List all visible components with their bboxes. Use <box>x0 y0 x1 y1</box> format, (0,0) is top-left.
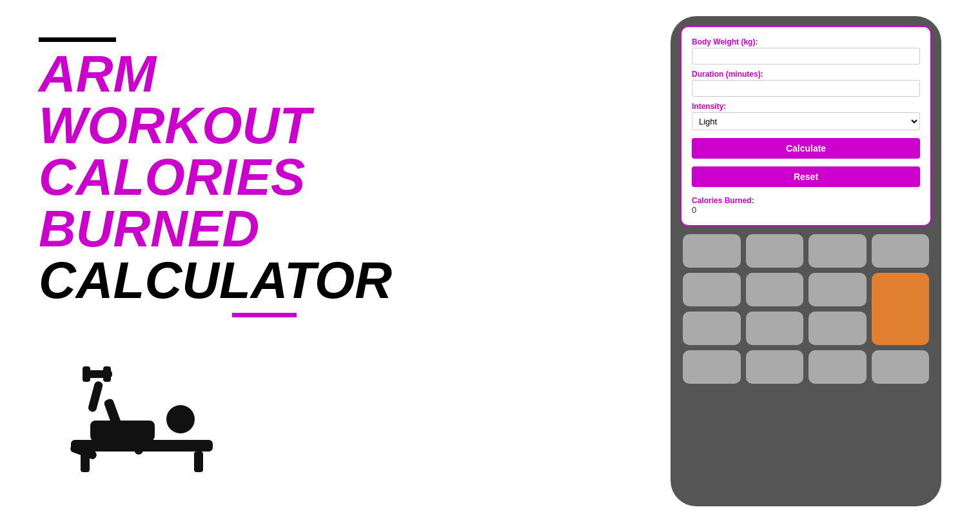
svg-rect-9 <box>103 366 111 382</box>
intensity-label: Intensity: <box>692 102 920 111</box>
key-4[interactable] <box>872 234 930 268</box>
title-line1: ARM WORKOUT <box>39 48 413 152</box>
calculator-screen: Body Weight (kg): Duration (minutes): In… <box>680 26 932 226</box>
calculator-device: Body Weight (kg): Duration (minutes): In… <box>671 16 941 506</box>
workout-illustration <box>39 337 245 479</box>
key-9[interactable] <box>746 312 804 345</box>
key-12[interactable] <box>746 350 804 384</box>
top-decorative-bar <box>39 37 116 42</box>
body-weight-field: Body Weight (kg): <box>692 37 920 64</box>
key-3[interactable] <box>808 234 867 268</box>
calories-burned-label: Calories Burned: <box>692 196 920 205</box>
calculate-button[interactable]: Calculate <box>692 138 920 159</box>
key-7[interactable] <box>808 273 867 306</box>
duration-label: Duration (minutes): <box>692 70 920 79</box>
duration-field: Duration (minutes): <box>692 70 920 97</box>
calories-burned-value: 0 <box>692 205 920 215</box>
svg-rect-6 <box>88 381 104 413</box>
left-section: ARM WORKOUT CALORIES BURNED CALCULATOR <box>39 37 413 479</box>
intensity-field: Intensity: Light Moderate Vigorous <box>692 102 920 130</box>
key-orange-tall[interactable] <box>872 273 930 345</box>
key-6[interactable] <box>746 273 804 306</box>
key-11[interactable] <box>683 350 741 384</box>
svg-rect-2 <box>194 452 203 472</box>
title-line2: CALORIES BURNED <box>39 152 413 255</box>
key-1[interactable] <box>683 234 741 268</box>
key-5[interactable] <box>683 273 741 306</box>
body-weight-label: Body Weight (kg): <box>692 37 920 46</box>
result-section: Calories Burned: 0 <box>692 196 920 215</box>
title-line3: CALCULATOR <box>39 255 413 306</box>
body-weight-input[interactable] <box>692 48 920 64</box>
reset-button[interactable]: Reset <box>692 166 920 187</box>
duration-input[interactable] <box>692 80 920 97</box>
svg-rect-8 <box>83 366 90 382</box>
key-2[interactable] <box>746 234 804 268</box>
key-10[interactable] <box>808 312 867 345</box>
key-8[interactable] <box>683 312 741 345</box>
key-13[interactable] <box>808 350 867 384</box>
key-14[interactable] <box>872 350 930 384</box>
middle-decorative-bar <box>232 313 297 317</box>
keypad <box>680 234 932 384</box>
intensity-select[interactable]: Light Moderate Vigorous <box>692 112 920 130</box>
svg-point-4 <box>166 405 195 433</box>
